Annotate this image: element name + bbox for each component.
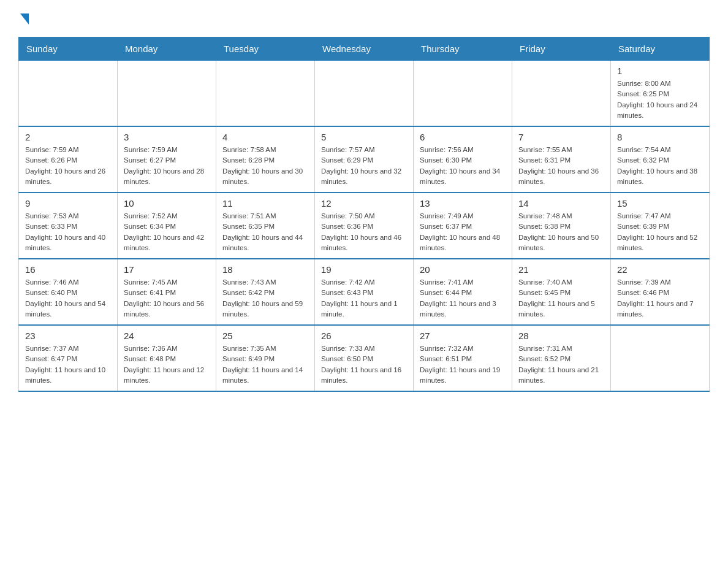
column-header-saturday: Saturday	[611, 37, 710, 61]
day-number: 12	[321, 198, 407, 209]
day-number: 28	[518, 331, 604, 341]
day-number: 10	[124, 198, 210, 209]
calendar-cell	[315, 61, 414, 127]
day-number: 4	[222, 132, 308, 142]
day-number: 23	[25, 331, 111, 341]
calendar-cell: 21Sunrise: 7:40 AMSunset: 6:45 PMDayligh…	[512, 259, 611, 325]
column-header-sunday: Sunday	[19, 37, 118, 61]
calendar-cell: 24Sunrise: 7:36 AMSunset: 6:48 PMDayligh…	[118, 325, 216, 391]
page-header	[18, 12, 710, 25]
day-info: Sunrise: 7:43 AMSunset: 6:42 PMDaylight:…	[222, 277, 308, 320]
calendar-week-row: 16Sunrise: 7:46 AMSunset: 6:40 PMDayligh…	[19, 259, 710, 325]
calendar-cell: 14Sunrise: 7:48 AMSunset: 6:38 PMDayligh…	[512, 193, 611, 259]
day-info: Sunrise: 7:59 AMSunset: 6:27 PMDaylight:…	[124, 145, 210, 187]
day-info: Sunrise: 7:35 AMSunset: 6:49 PMDaylight:…	[222, 343, 308, 386]
day-info: Sunrise: 7:58 AMSunset: 6:28 PMDaylight:…	[222, 145, 308, 187]
calendar-cell	[118, 61, 216, 127]
day-number: 27	[420, 331, 506, 341]
calendar-header-row: SundayMondayTuesdayWednesdayThursdayFrid…	[19, 37, 710, 61]
day-info: Sunrise: 7:52 AMSunset: 6:34 PMDaylight:…	[124, 211, 210, 253]
calendar-cell: 17Sunrise: 7:45 AMSunset: 6:41 PMDayligh…	[118, 259, 216, 325]
day-info: Sunrise: 7:40 AMSunset: 6:45 PMDaylight:…	[518, 277, 604, 320]
day-number: 11	[222, 198, 308, 209]
day-number: 5	[321, 132, 407, 142]
calendar-cell	[414, 61, 512, 127]
calendar-cell: 27Sunrise: 7:32 AMSunset: 6:51 PMDayligh…	[414, 325, 512, 391]
calendar-cell: 12Sunrise: 7:50 AMSunset: 6:36 PMDayligh…	[315, 193, 414, 259]
day-info: Sunrise: 7:31 AMSunset: 6:52 PMDaylight:…	[518, 343, 604, 386]
calendar-cell: 1Sunrise: 8:00 AMSunset: 6:25 PMDaylight…	[611, 61, 710, 127]
day-info: Sunrise: 7:51 AMSunset: 6:35 PMDaylight:…	[222, 211, 308, 253]
day-info: Sunrise: 7:39 AMSunset: 6:46 PMDaylight:…	[617, 277, 703, 320]
calendar-cell: 25Sunrise: 7:35 AMSunset: 6:49 PMDayligh…	[216, 325, 315, 391]
calendar-week-row: 9Sunrise: 7:53 AMSunset: 6:33 PMDaylight…	[19, 193, 710, 259]
day-number: 25	[222, 331, 308, 341]
day-number: 21	[518, 264, 604, 275]
day-number: 22	[617, 264, 703, 275]
day-info: Sunrise: 7:32 AMSunset: 6:51 PMDaylight:…	[420, 343, 506, 386]
day-number: 6	[420, 132, 506, 142]
calendar-cell: 13Sunrise: 7:49 AMSunset: 6:37 PMDayligh…	[414, 193, 512, 259]
calendar-cell: 2Sunrise: 7:59 AMSunset: 6:26 PMDaylight…	[19, 126, 118, 193]
column-header-tuesday: Tuesday	[216, 37, 315, 61]
day-number: 1	[617, 66, 703, 76]
day-info: Sunrise: 7:37 AMSunset: 6:47 PMDaylight:…	[25, 343, 111, 386]
calendar-cell: 6Sunrise: 7:56 AMSunset: 6:30 PMDaylight…	[414, 126, 512, 193]
day-number: 17	[124, 264, 210, 275]
day-number: 26	[321, 331, 407, 341]
calendar-cell	[611, 325, 710, 391]
column-header-monday: Monday	[118, 37, 216, 61]
day-info: Sunrise: 7:47 AMSunset: 6:39 PMDaylight:…	[617, 211, 703, 253]
day-info: Sunrise: 8:00 AMSunset: 6:25 PMDaylight:…	[617, 79, 703, 121]
calendar-week-row: 23Sunrise: 7:37 AMSunset: 6:47 PMDayligh…	[19, 325, 710, 391]
day-number: 16	[25, 264, 111, 275]
day-number: 19	[321, 264, 407, 275]
day-info: Sunrise: 7:33 AMSunset: 6:50 PMDaylight:…	[321, 343, 407, 386]
day-info: Sunrise: 7:42 AMSunset: 6:43 PMDaylight:…	[321, 277, 407, 320]
calendar-cell	[512, 61, 611, 127]
day-number: 24	[124, 331, 210, 341]
calendar-cell: 26Sunrise: 7:33 AMSunset: 6:50 PMDayligh…	[315, 325, 414, 391]
day-info: Sunrise: 7:54 AMSunset: 6:32 PMDaylight:…	[617, 145, 703, 187]
day-info: Sunrise: 7:49 AMSunset: 6:37 PMDaylight:…	[420, 211, 506, 253]
calendar-cell: 18Sunrise: 7:43 AMSunset: 6:42 PMDayligh…	[216, 259, 315, 325]
day-info: Sunrise: 7:41 AMSunset: 6:44 PMDaylight:…	[420, 277, 506, 320]
day-info: Sunrise: 7:57 AMSunset: 6:29 PMDaylight:…	[321, 145, 407, 187]
day-number: 13	[420, 198, 506, 209]
day-number: 7	[518, 132, 604, 142]
calendar-cell: 5Sunrise: 7:57 AMSunset: 6:29 PMDaylight…	[315, 126, 414, 193]
day-info: Sunrise: 7:59 AMSunset: 6:26 PMDaylight:…	[25, 145, 111, 187]
day-info: Sunrise: 7:56 AMSunset: 6:30 PMDaylight:…	[420, 145, 506, 187]
calendar-week-row: 1Sunrise: 8:00 AMSunset: 6:25 PMDaylight…	[19, 61, 710, 127]
day-number: 15	[617, 198, 703, 209]
day-number: 8	[617, 132, 703, 142]
day-number: 14	[518, 198, 604, 209]
calendar-week-row: 2Sunrise: 7:59 AMSunset: 6:26 PMDaylight…	[19, 126, 710, 193]
day-info: Sunrise: 7:36 AMSunset: 6:48 PMDaylight:…	[124, 343, 210, 386]
calendar-cell: 22Sunrise: 7:39 AMSunset: 6:46 PMDayligh…	[611, 259, 710, 325]
calendar-cell: 9Sunrise: 7:53 AMSunset: 6:33 PMDaylight…	[19, 193, 118, 259]
calendar-cell	[216, 61, 315, 127]
calendar-cell: 10Sunrise: 7:52 AMSunset: 6:34 PMDayligh…	[118, 193, 216, 259]
day-number: 9	[25, 198, 111, 209]
column-header-thursday: Thursday	[414, 37, 512, 61]
calendar-cell: 28Sunrise: 7:31 AMSunset: 6:52 PMDayligh…	[512, 325, 611, 391]
column-header-friday: Friday	[512, 37, 611, 61]
calendar-cell: 23Sunrise: 7:37 AMSunset: 6:47 PMDayligh…	[19, 325, 118, 391]
calendar-cell: 4Sunrise: 7:58 AMSunset: 6:28 PMDaylight…	[216, 126, 315, 193]
day-info: Sunrise: 7:53 AMSunset: 6:33 PMDaylight:…	[25, 211, 111, 253]
day-info: Sunrise: 7:48 AMSunset: 6:38 PMDaylight:…	[518, 211, 604, 253]
day-number: 20	[420, 264, 506, 275]
calendar-cell: 11Sunrise: 7:51 AMSunset: 6:35 PMDayligh…	[216, 193, 315, 259]
day-number: 2	[25, 132, 111, 142]
calendar-cell: 8Sunrise: 7:54 AMSunset: 6:32 PMDaylight…	[611, 126, 710, 193]
calendar-table: SundayMondayTuesdayWednesdayThursdayFrid…	[18, 37, 710, 392]
day-info: Sunrise: 7:55 AMSunset: 6:31 PMDaylight:…	[518, 145, 604, 187]
day-number: 18	[222, 264, 308, 275]
column-header-wednesday: Wednesday	[315, 37, 414, 61]
logo	[18, 12, 29, 25]
calendar-cell: 15Sunrise: 7:47 AMSunset: 6:39 PMDayligh…	[611, 193, 710, 259]
day-number: 3	[124, 132, 210, 142]
calendar-cell: 7Sunrise: 7:55 AMSunset: 6:31 PMDaylight…	[512, 126, 611, 193]
calendar-cell: 3Sunrise: 7:59 AMSunset: 6:27 PMDaylight…	[118, 126, 216, 193]
